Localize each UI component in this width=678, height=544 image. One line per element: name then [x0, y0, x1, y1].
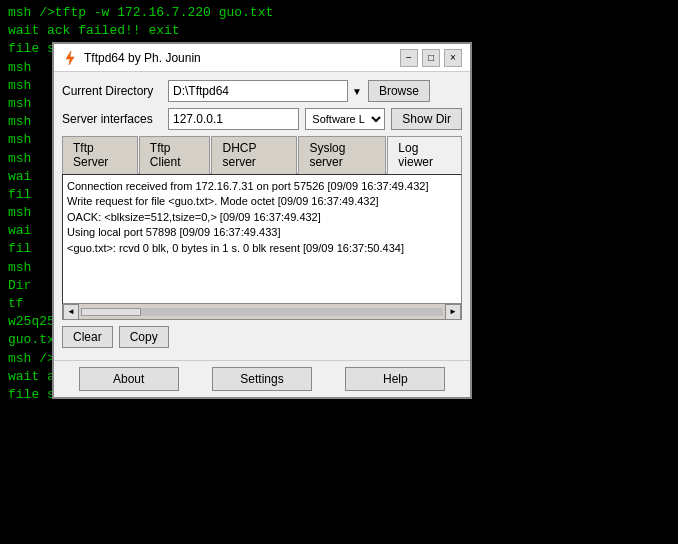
- tab-log-viewer[interactable]: Log viewer: [387, 136, 462, 174]
- minimize-button[interactable]: −: [400, 49, 418, 67]
- current-directory-input[interactable]: [168, 80, 348, 102]
- scroll-thumb[interactable]: [81, 308, 141, 316]
- server-interfaces-row: Server interfaces Software L Show Dir: [62, 108, 462, 130]
- tftpd64-dialog: Tftpd64 by Ph. Jounin − □ × Current Dire…: [52, 42, 472, 399]
- log-line-2: Write request for file <guo.txt>. Mode o…: [67, 194, 457, 209]
- settings-button[interactable]: Settings: [212, 367, 312, 391]
- server-ip-input[interactable]: [168, 108, 299, 130]
- dialog-titlebar: Tftpd64 by Ph. Jounin − □ ×: [54, 44, 470, 72]
- action-buttons-row: Clear Copy: [62, 320, 462, 352]
- log-line-5: <guo.txt>: rcvd 0 blk, 0 bytes in 1 s. 0…: [67, 241, 457, 256]
- scroll-right-arrow[interactable]: ►: [445, 304, 461, 320]
- help-button[interactable]: Help: [345, 367, 445, 391]
- bottom-buttons-row: About Settings Help: [54, 360, 470, 397]
- about-button[interactable]: About: [79, 367, 179, 391]
- dialog-title-area: Tftpd64 by Ph. Jounin: [62, 50, 201, 66]
- scroll-track[interactable]: [81, 308, 443, 316]
- tab-dhcp-server[interactable]: DHCP server: [211, 136, 297, 174]
- directory-dropdown-arrow[interactable]: ▼: [352, 86, 362, 97]
- log-line-4: Using local port 57898 [09/09 16:37:49.4…: [67, 225, 457, 240]
- log-viewer-area[interactable]: Connection received from 172.16.7.31 on …: [62, 174, 462, 304]
- show-dir-button[interactable]: Show Dir: [391, 108, 462, 130]
- log-line-3: OACK: <blksize=512,tsize=0,> [09/09 16:3…: [67, 210, 457, 225]
- terminal-line-2: wait ack failed!! exit: [8, 22, 670, 40]
- current-directory-label: Current Directory: [62, 84, 162, 98]
- scroll-left-arrow[interactable]: ◄: [63, 304, 79, 320]
- clear-button[interactable]: Clear: [62, 326, 113, 348]
- app-icon: [62, 50, 78, 66]
- horizontal-scrollbar[interactable]: ◄ ►: [62, 304, 462, 320]
- svg-marker-0: [66, 51, 74, 65]
- current-directory-row: Current Directory ▼ Browse: [62, 80, 462, 102]
- browse-button[interactable]: Browse: [368, 80, 430, 102]
- copy-button[interactable]: Copy: [119, 326, 169, 348]
- dialog-title-text: Tftpd64 by Ph. Jounin: [84, 51, 201, 65]
- close-button[interactable]: ×: [444, 49, 462, 67]
- dialog-body: Current Directory ▼ Browse Server interf…: [54, 72, 470, 360]
- maximize-button[interactable]: □: [422, 49, 440, 67]
- tab-syslog-server[interactable]: Syslog server: [298, 136, 386, 174]
- window-controls: − □ ×: [400, 49, 462, 67]
- tab-bar: Tftp Server Tftp Client DHCP server Sysl…: [62, 136, 462, 174]
- tab-tftp-client[interactable]: Tftp Client: [139, 136, 211, 174]
- server-interfaces-label: Server interfaces: [62, 112, 162, 126]
- log-line-1: Connection received from 172.16.7.31 on …: [67, 179, 457, 194]
- tab-tftp-server[interactable]: Tftp Server: [62, 136, 138, 174]
- terminal-line-1: msh />tftp -w 172.16.7.220 guo.txt: [8, 4, 670, 22]
- server-interface-select[interactable]: Software L: [305, 108, 385, 130]
